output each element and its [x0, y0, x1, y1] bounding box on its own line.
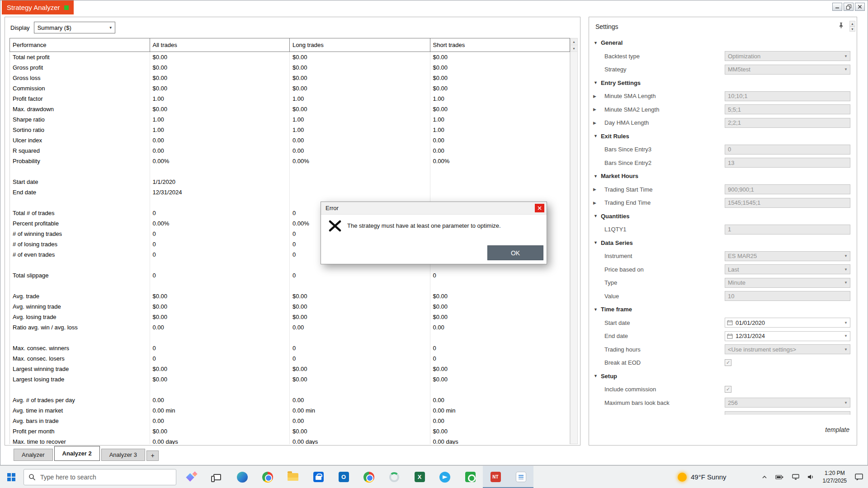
- setting-input[interactable]: 5;5;1: [725, 104, 850, 114]
- volume-icon[interactable]: [807, 474, 815, 480]
- table-row: [10, 166, 570, 177]
- section-header-quantities[interactable]: ▼Quantities: [589, 210, 857, 223]
- minimize-button[interactable]: [832, 3, 842, 11]
- setting-date-select[interactable]: 01/01/2020▼: [725, 318, 850, 328]
- edge-icon: [237, 472, 248, 483]
- pin-icon[interactable]: [838, 22, 844, 30]
- section-header-entry-settings[interactable]: ▼Entry Settings: [589, 76, 857, 90]
- row-value: 0.00%: [289, 156, 430, 166]
- expand-arrow-icon[interactable]: ▶: [593, 121, 596, 125]
- display-select[interactable]: Summary ($) ▼: [34, 22, 115, 33]
- column-header-performance[interactable]: Performance: [10, 38, 150, 52]
- section-header-general[interactable]: ▼General: [589, 36, 857, 50]
- section-header-exit-rules[interactable]: ▼Exit Rules: [589, 130, 857, 143]
- expand-arrow-icon[interactable]: ▶: [593, 107, 596, 112]
- setting-date-select[interactable]: 12/31/2024▼: [725, 331, 850, 341]
- expand-arrow-icon[interactable]: ▶: [593, 187, 596, 192]
- taskbar-item-edge[interactable]: [230, 466, 255, 488]
- table-scrollbar[interactable]: ▲ ▼: [570, 38, 578, 444]
- section-header-market-hours[interactable]: ▼Market Hours: [589, 169, 857, 183]
- taskbar-item-ring-app[interactable]: [382, 466, 407, 488]
- calendar-icon: [725, 320, 733, 325]
- tray-chevron-up-icon[interactable]: [762, 475, 767, 479]
- scroll-up-icon[interactable]: ▲: [849, 21, 855, 26]
- setting-input[interactable]: 900;900;1: [725, 184, 850, 194]
- section-header-setup[interactable]: ▼Setup: [589, 370, 857, 383]
- setting-input[interactable]: 1: [725, 225, 850, 235]
- taskbar-item-file-explorer[interactable]: [280, 466, 306, 488]
- setting-select[interactable]: ES MAR25▼: [725, 251, 850, 261]
- section-header-data-series[interactable]: ▼Data Series: [589, 236, 857, 250]
- taskbar-item-outlook[interactable]: [331, 466, 356, 488]
- taskbar-weather[interactable]: 49°F Sunny: [678, 473, 726, 482]
- ok-button[interactable]: OK: [487, 245, 543, 260]
- row-label: [10, 166, 150, 177]
- row-value: $0.00: [289, 73, 430, 83]
- setting-select[interactable]: Last▼: [725, 264, 850, 274]
- taskbar-clock[interactable]: 1:20 PM 1/27/2025: [823, 469, 847, 484]
- row-value: $0.00: [430, 291, 570, 301]
- setting-select[interactable]: Optimization▼: [725, 51, 850, 61]
- taskbar-item-notes-app[interactable]: [508, 466, 533, 488]
- taskbar-item-browser[interactable]: [356, 466, 382, 488]
- taskbar-item-excel[interactable]: [407, 466, 432, 488]
- scroll-down-icon[interactable]: ▼: [571, 45, 577, 52]
- minimize-icon: [835, 5, 840, 9]
- clock-time: 1:20 PM: [823, 469, 847, 477]
- table-row: [10, 333, 570, 343]
- add-tab-button[interactable]: +: [146, 450, 159, 461]
- column-header-short-trades[interactable]: Short trades: [430, 38, 570, 52]
- setting-checkbox[interactable]: ✓: [725, 359, 731, 366]
- setting-input[interactable]: 2;2;1: [725, 118, 850, 128]
- setting-input[interactable]: 0: [725, 145, 850, 155]
- taskbar-item-store[interactable]: [306, 466, 331, 488]
- setting-select[interactable]: Minute▼: [725, 278, 850, 288]
- taskbar-item-telegram[interactable]: [432, 466, 458, 488]
- setting-input[interactable]: 1545;1545;1: [725, 198, 850, 208]
- notification-center-icon[interactable]: [855, 474, 863, 481]
- search-input[interactable]: [39, 473, 171, 481]
- taskbar-item-chrome[interactable]: [255, 466, 280, 488]
- setting-input[interactable]: 10: [725, 291, 850, 301]
- scroll-up-icon[interactable]: ▲: [571, 38, 577, 45]
- taskbar-item-copilot[interactable]: [179, 466, 204, 488]
- setting-input[interactable]: 13: [725, 158, 850, 168]
- scroll-down-icon[interactable]: ▼: [849, 26, 855, 32]
- tab-analyzer-3[interactable]: Analyzer 3: [101, 449, 145, 461]
- setting-select[interactable]: <Use instrument settings>▼: [725, 344, 850, 354]
- dialog-titlebar[interactable]: Error: [321, 202, 547, 215]
- taskbar-item-ninjatrader[interactable]: [483, 466, 508, 488]
- row-label: Gross profit: [10, 62, 150, 73]
- column-header-long-trades[interactable]: Long trades: [289, 38, 430, 52]
- expand-arrow-icon[interactable]: ▶: [593, 94, 596, 99]
- setting-checkbox[interactable]: ✓: [725, 386, 731, 393]
- taskbar-search[interactable]: [24, 469, 176, 485]
- setting-input[interactable]: 10;10;1: [725, 91, 850, 101]
- dialog-close-button[interactable]: [535, 204, 544, 212]
- battery-icon[interactable]: [775, 474, 784, 480]
- settings-scrollbar[interactable]: ▲ ▼: [849, 21, 855, 32]
- close-button[interactable]: [855, 3, 865, 11]
- setting-label: Bars Since Entry2: [604, 160, 651, 166]
- template-link[interactable]: template: [825, 426, 849, 433]
- setting-select[interactable]: 256▼: [725, 398, 850, 408]
- start-button[interactable]: [0, 466, 23, 488]
- section-label: Exit Rules: [601, 133, 629, 140]
- clipped-setting-input[interactable]: [725, 411, 850, 415]
- tab-analyzer-2[interactable]: Analyzer 2: [54, 446, 100, 461]
- network-icon[interactable]: [792, 474, 799, 480]
- settings-row-clipped: [589, 409, 857, 415]
- table-row: Max. consec. winners000: [10, 343, 570, 353]
- taskbar-item-task-view[interactable]: [204, 466, 230, 488]
- setting-select[interactable]: MM5test▼: [725, 65, 850, 75]
- section-header-time-frame[interactable]: ▼Time frame: [589, 303, 857, 316]
- table-row: Total net profit$0.00$0.00$0.00: [10, 52, 570, 62]
- column-header-all-trades[interactable]: All trades: [150, 38, 290, 52]
- tab-analyzer[interactable]: Analyzer: [14, 449, 53, 461]
- row-value: 0: [430, 353, 570, 364]
- window-title-tab[interactable]: Strategy Analyzer: [2, 0, 74, 14]
- taskbar-item-camera-app[interactable]: [458, 466, 483, 488]
- expand-arrow-icon[interactable]: ▶: [593, 201, 596, 205]
- restore-button[interactable]: [844, 3, 854, 11]
- row-label: Avg. trade: [10, 291, 150, 301]
